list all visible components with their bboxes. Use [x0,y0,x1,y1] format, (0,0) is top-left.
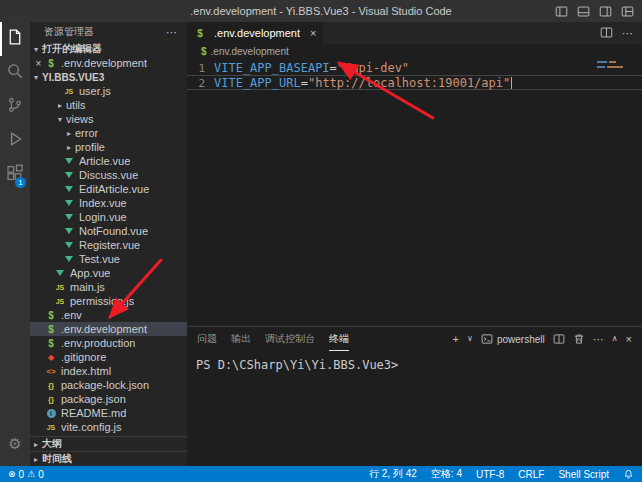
project-root-header[interactable]: ▾ YI.BBS.VUE3 [30,70,187,84]
tree-item-index-html[interactable]: <>index.html [30,364,187,378]
terminal-prompt: PS D:\CSharp\Yi\Yi.BBS.Vue3> [196,357,633,373]
tree-item-article-vue[interactable]: Article.vue [30,154,187,168]
terminal-dropdown-icon[interactable]: ∨ [467,335,473,343]
tree-item-vite-config-js[interactable]: JSvite.config.js [30,420,187,434]
panel-actions: + ∨ powershell ⋯ ∧ × [453,333,632,345]
terminal-profile-button[interactable]: powershell [481,333,545,345]
activity-run-debug-button[interactable] [0,124,30,158]
close-icon[interactable]: × [32,58,45,69]
tree-item-label: .env.development [61,323,147,335]
tree-item-gitignore[interactable]: ◆.gitignore [30,350,187,364]
notifications-bell-icon[interactable] [623,469,634,480]
kill-terminal-icon[interactable] [573,333,585,345]
code-token-string: "/api-dev" [337,61,409,74]
tree-item-readme-md[interactable]: iREADME.md [30,406,187,420]
status-indentation[interactable]: 空格: 4 [431,467,462,481]
tree-item-app-vue[interactable]: App.vue [30,266,187,280]
vue-file-icon [63,256,75,262]
tree-item-editarticle-vue[interactable]: EditArticle.vue [30,182,187,196]
panel-tab-[interactable]: 调试控制台 [265,327,315,351]
panel-tab-[interactable]: 终端 [329,327,349,351]
toggle-panel-icon[interactable] [577,5,590,18]
tree-item-user-js[interactable]: JSuser.js [30,84,187,98]
settings-button[interactable]: ⚙ [0,426,30,460]
md-file-icon: i [45,409,57,418]
status-eol[interactable]: CRLF [518,469,544,480]
json-file-icon: {} [45,381,57,390]
panel-tab-[interactable]: 输出 [231,327,251,351]
js-file-icon: JS [45,424,57,431]
activity-search-button[interactable] [0,56,30,90]
more-actions-icon[interactable]: ⋯ [622,27,633,40]
activity-bar-items: 1 [0,22,30,192]
close-panel-icon[interactable]: × [626,334,632,345]
tree-item-utils[interactable]: ▸utils [30,98,187,112]
open-editor-item[interactable]: × $ .env.development [30,56,187,70]
tree-item-discuss-vue[interactable]: Discuss.vue [30,168,187,182]
vue-file-icon [63,200,75,206]
new-terminal-icon[interactable]: + [453,334,459,345]
tree-item-label: package.json [61,393,126,405]
tree-item-label: .gitignore [61,351,106,363]
code-token-string: "http://localhost:19001/api" [308,76,510,89]
tree-item-error[interactable]: ▸error [30,126,187,140]
panel-tab-[interactable]: 问题 [197,327,217,351]
status-bar: ⊗0⚠0 行 2, 列 42空格: 4UTF-8CRLFShell Script [0,466,642,482]
tree-item-permission-js[interactable]: JSpermission.js [30,294,187,308]
errors-count: 0 [19,469,25,480]
status-encoding[interactable]: UTF-8 [476,469,504,480]
outline-section-header[interactable]: ▸ 大纲 [30,436,187,451]
toggle-secondary-sidebar-icon[interactable] [599,5,612,18]
tree-item-register-vue[interactable]: Register.vue [30,238,187,252]
tree-item-notfound-vue[interactable]: NotFound.vue [30,224,187,238]
toggle-sidebar-icon[interactable] [555,5,568,18]
tree-item-package-lock-json[interactable]: {}package-lock.json [30,378,187,392]
breadcrumb[interactable]: $ .env.development [187,44,642,58]
tree-item-env[interactable]: $.env [30,308,187,322]
status-cursor-position[interactable]: 行 2, 列 42 [369,467,417,481]
tree-item-env-production[interactable]: $.env.production [30,336,187,350]
tab-env-development[interactable]: $ .env.development × [187,22,323,44]
tree-item-profile[interactable]: ▸profile [30,140,187,154]
file-tree: JSuser.js▸utils▾views▸error▸profileArtic… [30,84,187,436]
open-editors-header[interactable]: ▾ 打开的编辑器 [30,42,187,56]
line-number: 2 [187,76,205,89]
js-file-icon: JS [63,88,75,95]
chevron-down-icon: ▾ [54,115,66,124]
code-lines: 1VITE_APP_BASEAPI="/api-dev"2VITE_APP_UR… [187,60,642,90]
close-tab-icon[interactable]: × [310,27,316,39]
tree-item-label: Discuss.vue [79,169,138,181]
activity-extensions-button[interactable]: 1 [0,158,30,192]
tree-item-main-js[interactable]: JSmain.js [30,280,187,294]
tree-item-label: .env.production [61,337,135,349]
tree-item-env-development[interactable]: $.env.development [30,322,187,336]
terminal-output[interactable]: PS D:\CSharp\Yi\Yi.BBS.Vue3> [187,351,642,466]
activity-explorer-button[interactable] [0,22,30,56]
status-language-mode[interactable]: Shell Script [558,469,609,480]
tree-item-package-json[interactable]: {}package.json [30,392,187,406]
tree-item-views[interactable]: ▾views [30,112,187,126]
vscode-window: .env.development - Yi.BBS.Vue3 - Visual … [0,0,642,482]
problems-indicator[interactable]: ⊗0⚠0 [8,469,44,480]
sidebar-more-actions-icon[interactable]: ⋯ [166,26,177,39]
split-terminal-icon[interactable] [553,333,565,345]
activity-source-control-button[interactable] [0,90,30,124]
tree-item-label: EditArticle.vue [79,183,149,195]
timeline-section-header[interactable]: ▸ 时间线 [30,451,187,466]
tree-item-label: profile [75,141,105,153]
panel-more-actions-icon[interactable]: ⋯ [593,334,604,345]
tree-item-login-vue[interactable]: Login.vue [30,210,187,224]
tree-item-label: Login.vue [79,211,127,223]
title-bar[interactable]: .env.development - Yi.BBS.Vue3 - Visual … [0,0,642,22]
split-editor-icon[interactable] [600,26,613,41]
tree-item-index-vue[interactable]: Index.vue [30,196,187,210]
vue-file-icon [54,270,66,276]
code-editor[interactable]: 1VITE_APP_BASEAPI="/api-dev"2VITE_APP_UR… [187,58,642,326]
tree-item-label: App.vue [70,267,110,279]
js-file-icon: JS [54,298,66,305]
chevron-right-icon: ▸ [63,129,75,138]
tree-item-test-vue[interactable]: Test.vue [30,252,187,266]
maximize-panel-icon[interactable]: ∧ [612,335,618,343]
customize-layout-icon[interactable] [621,5,634,18]
minimap[interactable] [597,61,637,71]
